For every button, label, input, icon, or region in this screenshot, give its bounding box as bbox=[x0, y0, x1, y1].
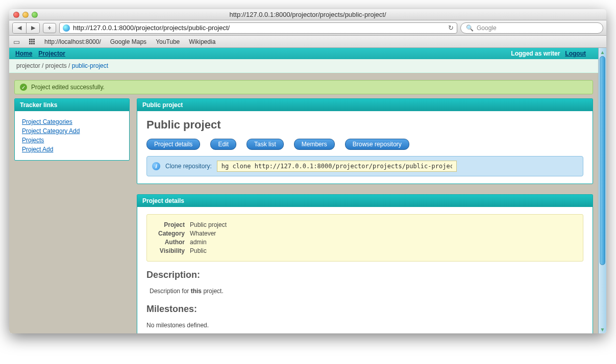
search-icon: 🔍 bbox=[466, 24, 474, 32]
back-button[interactable]: ◀ bbox=[13, 23, 26, 33]
detail-row: Category Whatever bbox=[154, 230, 576, 237]
detail-value: admin bbox=[190, 239, 207, 246]
window-title: http://127.0.0.1:8000/projector/projects… bbox=[13, 11, 602, 18]
detail-row: Visibility Public bbox=[154, 247, 576, 254]
nav-home[interactable]: Home bbox=[15, 50, 32, 57]
detail-row: Project Public project bbox=[154, 221, 576, 228]
project-heading: Public project bbox=[146, 118, 583, 132]
search-placeholder: Google bbox=[477, 24, 497, 32]
scroll-up-icon[interactable]: ▲ bbox=[599, 48, 606, 56]
bookmark-item[interactable]: YouTube bbox=[156, 38, 180, 45]
page-content: Home Projector Logged as writer Logout p… bbox=[9, 48, 598, 333]
reload-icon[interactable]: ↻ bbox=[448, 24, 454, 32]
sidebar-link[interactable]: Project Category Add bbox=[22, 127, 122, 135]
close-icon[interactable] bbox=[13, 12, 19, 18]
breadcrumb-seg: projector bbox=[16, 62, 40, 69]
add-bookmark-button[interactable]: + bbox=[43, 23, 56, 33]
traffic-lights bbox=[13, 12, 38, 18]
detail-label: Project bbox=[154, 221, 185, 228]
detail-label: Visibility bbox=[154, 247, 185, 254]
vertical-scrollbar[interactable]: ▲ ▼ bbox=[598, 48, 606, 333]
milestones-heading: Milestones: bbox=[146, 304, 583, 315]
detail-label: Category bbox=[154, 230, 185, 237]
detail-row: Author admin bbox=[154, 239, 576, 246]
project-details-button[interactable]: Project details bbox=[146, 139, 200, 150]
details-box: Project Public project Category Whatever… bbox=[146, 214, 583, 262]
bookmark-item[interactable]: Wikipedia bbox=[189, 38, 215, 45]
info-icon: i bbox=[152, 162, 160, 170]
description-text: Description for this project. bbox=[146, 288, 583, 295]
url-text: http://127.0.0.1:8000/projector/projects… bbox=[73, 24, 230, 32]
minimize-icon[interactable] bbox=[22, 12, 29, 18]
breadcrumb-seg: projects bbox=[45, 62, 67, 69]
globe-icon bbox=[63, 24, 70, 32]
project-panel-title: Public project bbox=[137, 99, 593, 111]
edit-button[interactable]: Edit bbox=[210, 139, 236, 150]
logged-as-label: Logged as writer bbox=[511, 50, 560, 57]
clone-command-input[interactable] bbox=[217, 161, 457, 172]
scroll-down-icon[interactable]: ▼ bbox=[599, 325, 606, 333]
project-panel: Public project Public project Project de… bbox=[137, 98, 593, 184]
task-list-button[interactable]: Task list bbox=[247, 139, 284, 150]
logout-link[interactable]: Logout bbox=[565, 50, 586, 57]
detail-value: Whatever bbox=[190, 230, 216, 237]
clone-box: i Clone repository: bbox=[146, 156, 583, 176]
bookmarks-bar: ▭ http://localhost:8000/ Google Maps You… bbox=[9, 36, 606, 48]
breadcrumb-current[interactable]: public-project bbox=[72, 62, 108, 69]
browser-window: http://127.0.0.1:8000/projector/projects… bbox=[9, 9, 606, 333]
nav-buttons: ◀ ▶ bbox=[12, 22, 40, 34]
sidebar-link[interactable]: Project Add bbox=[22, 146, 122, 153]
book-icon[interactable]: ▭ bbox=[13, 38, 20, 46]
description-heading: Description: bbox=[146, 270, 583, 280]
bookmark-item[interactable]: Google Maps bbox=[110, 38, 146, 45]
topsites-icon[interactable] bbox=[29, 39, 35, 45]
nav-projector[interactable]: Projector bbox=[38, 50, 65, 57]
viewport: Home Projector Logged as writer Logout p… bbox=[9, 48, 606, 333]
browser-toolbar: ◀ ▶ + http://127.0.0.1:8000/projector/pr… bbox=[9, 20, 606, 36]
flash-text: Project edited successfully. bbox=[31, 84, 105, 91]
sidebar-link[interactable]: Project Categories bbox=[22, 118, 122, 125]
sidebar-title: Tracker links bbox=[15, 99, 129, 111]
sidebar-panel: Tracker links Project Categories Project… bbox=[14, 98, 130, 161]
zoom-icon[interactable] bbox=[32, 12, 38, 18]
clone-label: Clone repository: bbox=[165, 163, 212, 170]
bookmark-item[interactable]: http://localhost:8000/ bbox=[44, 38, 101, 45]
forward-button[interactable]: ▶ bbox=[26, 23, 39, 33]
details-panel-title: Project details bbox=[137, 195, 593, 207]
app-topnav: Home Projector Logged as writer Logout bbox=[9, 48, 598, 59]
scroll-thumb[interactable] bbox=[600, 56, 605, 265]
breadcrumb: projector / projects / public-project bbox=[9, 59, 598, 73]
no-milestones-text: No milestones defined. bbox=[146, 322, 583, 329]
detail-label: Author bbox=[154, 239, 185, 246]
action-row: Project details Edit Task list Members B… bbox=[146, 139, 583, 150]
browse-repository-button[interactable]: Browse repository bbox=[345, 139, 409, 150]
titlebar: http://127.0.0.1:8000/projector/projects… bbox=[9, 9, 606, 20]
detail-value: Public bbox=[190, 247, 207, 254]
details-panel: Project details Project Public project C… bbox=[137, 194, 593, 333]
members-button[interactable]: Members bbox=[294, 139, 335, 150]
check-icon: ✓ bbox=[20, 84, 27, 91]
flash-message: ✓ Project edited successfully. bbox=[14, 80, 593, 94]
search-bar[interactable]: 🔍 Google bbox=[460, 22, 603, 34]
url-bar[interactable]: http://127.0.0.1:8000/projector/projects… bbox=[59, 22, 457, 34]
sidebar-link[interactable]: Projects bbox=[22, 137, 122, 144]
detail-value: Public project bbox=[190, 221, 227, 228]
